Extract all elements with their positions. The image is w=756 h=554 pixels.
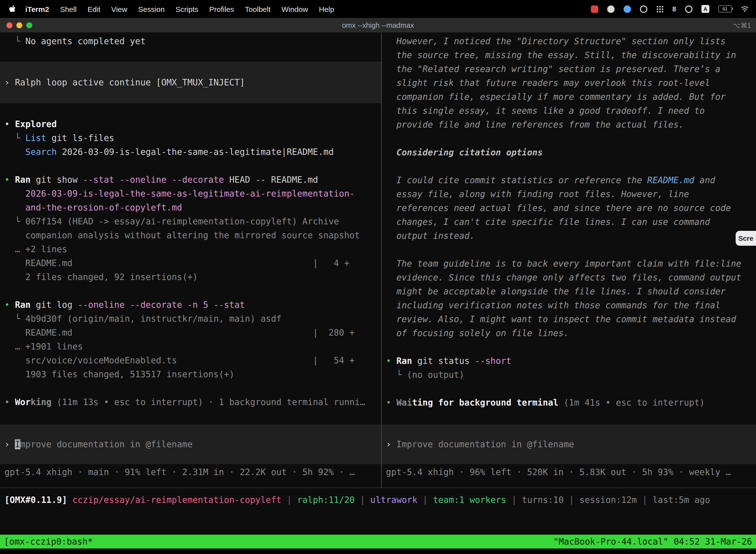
circle-app-icon-2[interactable] <box>640 5 647 13</box>
terminal-line: changes, I can't cite specific file line… <box>382 215 756 229</box>
text-segment: 4b9d30f (origin/main, instructkr/main, m… <box>25 314 281 324</box>
terminal-line: • Ran git show --stat --oneline --decora… <box>0 173 381 187</box>
text-segment: mprove documentation in @filename <box>20 439 192 449</box>
menu-item-scripts[interactable]: Scripts <box>170 5 204 13</box>
terminal-line: the "Related research writing" section i… <box>382 62 756 76</box>
screen-share-overlay-tab[interactable]: Scre <box>736 231 756 246</box>
text-segment: essay file, along with finding root file… <box>386 189 689 199</box>
text-segment: • <box>4 119 15 129</box>
text-segment: Ran <box>15 300 30 310</box>
terminal-line: src/voice/voiceModeEnabled.ts | 54 + <box>0 353 381 367</box>
text-segment: git log <box>30 300 78 310</box>
text-segment: Search <box>25 147 57 157</box>
text-segment: --short <box>475 356 511 366</box>
text-segment: ralph:11/20 <box>297 495 355 505</box>
text-segment: 1903 files changed, 513517 insertions(+) <box>4 369 234 379</box>
window-title-bar[interactable]: omx --xhigh --madmax ⌥⌘1 <box>0 18 756 33</box>
menu-item-profiles[interactable]: Profiles <box>204 5 240 13</box>
circle-app-icon-1[interactable] <box>607 5 615 13</box>
text-segment: └ <box>4 314 25 324</box>
terminal-line: README.md | 4 + <box>0 256 381 270</box>
left-pane[interactable]: └ No agents completed yet › Ralph loop a… <box>0 33 381 488</box>
agent-log-left: • Explored └ List git ls-files Search 20… <box>0 117 381 409</box>
terminal-line: I could cite commit statistics or refere… <box>382 173 756 187</box>
apps-grid-icon[interactable] <box>656 5 663 12</box>
inject-banner-line: › Ralph loop active continue [OMX_TMUX_I… <box>0 75 381 89</box>
menu-item-edit[interactable]: Edit <box>82 5 106 13</box>
text-segment: | <box>506 495 522 505</box>
prompt-input-left[interactable]: › Improve documentation in @filename <box>0 437 381 451</box>
text-segment: ultrawork <box>370 495 418 505</box>
text-segment: | <box>637 495 652 505</box>
text-segment: Wai <box>396 398 412 407</box>
terminal-line: └ List git ls-files <box>0 131 381 145</box>
prompt-input-box-left[interactable]: › Improve documentation in @filename <box>0 425 381 464</box>
text-segment: 2 files changed, 92 insertions(+) <box>4 272 198 282</box>
recording-indicator-icon[interactable] <box>591 5 598 13</box>
text-segment: of focusing solely on file lines. <box>386 328 569 338</box>
terminal-line <box>0 159 381 173</box>
terminal-line: └ 4b9d30f (origin/main, instructkr/main,… <box>0 312 381 326</box>
text-segment: | <box>418 495 433 505</box>
terminal-line: essay file, along with finding root file… <box>382 187 756 201</box>
desktop-screen: iTerm2ShellEditViewSessionScriptsProfile… <box>0 0 756 554</box>
digit-8-app-icon[interactable]: 8 <box>672 5 676 13</box>
menu-item-session[interactable]: Session <box>133 5 170 13</box>
terminal-line: of focusing solely on file lines. <box>382 326 756 340</box>
terminal-line: Search 2026-03-09-is-legal-the-same-as-l… <box>0 145 381 159</box>
agent-log-right: However, I noticed the "Directory Struct… <box>382 34 756 409</box>
text-segment: output instead. <box>386 231 475 241</box>
menu-item-help[interactable]: Help <box>314 5 340 13</box>
circle-app-icon-3[interactable] <box>685 5 693 13</box>
menu-item-toolbelt[interactable]: Toolbelt <box>240 5 276 13</box>
text-segment: last:5m ago <box>652 495 710 505</box>
prompt-input-box-right[interactable]: › Improve documentation in @filename <box>382 425 756 464</box>
terminal-line <box>382 382 756 396</box>
terminal-line: companion file, especially if more comme… <box>382 90 756 104</box>
terminal-line <box>0 381 381 395</box>
tmux-status-bar: [omx-cczip0:bash* "MacBook-Pro-44.local"… <box>0 535 756 549</box>
text-segment: 067f154 (HEAD -> essay/ai-reimplementati… <box>25 216 339 226</box>
menu-item-shell[interactable]: Shell <box>55 5 82 13</box>
text-segment: • <box>4 175 15 185</box>
text-segment: ting for background terminal <box>412 398 558 407</box>
terminal-line: … +2 lines <box>0 242 381 256</box>
apple-menu-icon[interactable] <box>7 5 20 13</box>
terminal-line: README.md | 280 + <box>0 326 381 340</box>
right-pane[interactable]: However, I noticed the "Directory Struct… <box>382 33 756 488</box>
terminal-line: might be acceptable alongside the file l… <box>382 284 756 298</box>
terminal-line: However, I noticed the "Directory Struct… <box>382 34 756 48</box>
terminal-line: The team guideline is to back every impo… <box>382 257 756 271</box>
text-segment: HEAD -- README.md <box>224 175 318 185</box>
text-segment: | <box>281 495 297 505</box>
text-segment: • <box>4 397 15 407</box>
bottom-fill <box>0 549 756 554</box>
blue-app-icon[interactable] <box>624 5 631 13</box>
terminal-line: 1903 files changed, 513517 insertions(+) <box>0 367 381 381</box>
text-segment: and-the-erosion-of-copyleft.md <box>4 203 182 213</box>
text-segment: including verification notes with those … <box>386 300 720 310</box>
terminal-line: └ 067f154 (HEAD -> essay/ai-reimplementa… <box>0 214 381 228</box>
app-menus: iTerm2ShellEditViewSessionScriptsProfile… <box>20 5 339 13</box>
terminal-line: 2 files changed, 92 insertions(+) <box>0 270 381 284</box>
text-segment: Improve documentation in @filename <box>396 439 574 449</box>
menu-item-view[interactable]: View <box>106 5 133 13</box>
text-segment: team:1 workers <box>433 495 506 505</box>
terminal-line <box>0 284 381 298</box>
text-segment: └ <box>4 36 25 46</box>
input-source-icon[interactable]: A <box>701 5 709 13</box>
text-segment: the source tree, missing the essay. Stil… <box>386 50 736 60</box>
prompt-input-right[interactable]: › Improve documentation in @filename <box>382 437 756 451</box>
text-segment: [OMX#0.11.9] <box>4 495 72 505</box>
terminal-line: 2026-03-09-is-legal-the-same-as-legitima… <box>0 187 381 201</box>
menu-item-iterm2[interactable]: iTerm2 <box>20 5 55 13</box>
battery-icon[interactable]: 61 <box>718 5 732 12</box>
menu-item-window[interactable]: Window <box>276 5 314 13</box>
text-segment: … +1901 lines <box>4 341 83 351</box>
text-segment: Ran <box>15 175 30 185</box>
text-segment: README.md | 4 + <box>4 258 350 268</box>
wifi-icon[interactable] <box>741 6 749 12</box>
text-segment: › <box>4 77 15 88</box>
text-segment: Ralph loop active continue [OMX_TMUX_INJ… <box>15 77 245 88</box>
text-segment: └ (no output) <box>386 370 464 380</box>
